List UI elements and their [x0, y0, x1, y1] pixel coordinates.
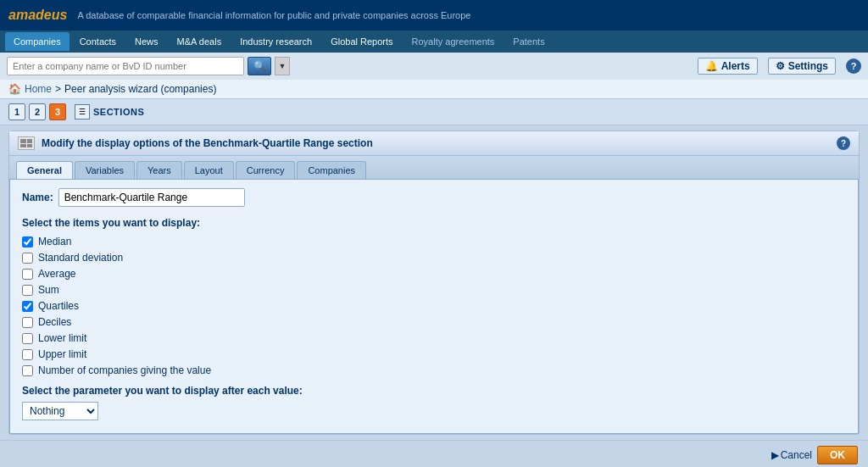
- checkbox-quartiles: Quartiles: [22, 300, 846, 312]
- settings-button[interactable]: ⚙ Settings: [768, 58, 836, 75]
- checkbox-num-companies-input[interactable]: [22, 365, 33, 376]
- home-icon: 🏠: [8, 83, 21, 95]
- tagline: A database of comparable financial infor…: [77, 10, 470, 20]
- breadcrumb: 🏠 Home > Peer analysis wizard (companies…: [0, 80, 868, 99]
- alerts-label: Alerts: [721, 60, 750, 72]
- tab-companies[interactable]: Companies: [297, 161, 366, 179]
- checkbox-num-companies-label: Number of companies giving the value: [38, 364, 211, 376]
- nav-tab-patents[interactable]: Patents: [504, 32, 553, 51]
- logo: amadeus: [8, 8, 67, 23]
- checkbox-std-dev: Standard deviation: [22, 252, 846, 264]
- breadcrumb-separator: >: [55, 83, 61, 95]
- sections-label: SECTIONS: [93, 107, 144, 117]
- tab-layout[interactable]: Layout: [184, 161, 234, 179]
- breadcrumb-current: Peer analysis wizard (companies): [64, 83, 216, 95]
- triangle-icon: ▶: [771, 449, 779, 461]
- nav-tab-royalty[interactable]: Royalty agreements: [403, 32, 504, 51]
- tab-years[interactable]: Years: [136, 161, 182, 179]
- checkbox-average: Average: [22, 268, 846, 280]
- navbar: Companies Contacts News M&A deals Indust…: [0, 31, 868, 53]
- checkbox-quartiles-input[interactable]: [22, 301, 33, 312]
- main-content: Modify the display options of the Benchm…: [0, 125, 868, 440]
- step-3-button[interactable]: 3: [49, 103, 66, 120]
- param-select-wrap: Nothing Rank Percentile: [22, 402, 846, 420]
- checkbox-deciles-label: Deciles: [38, 316, 71, 328]
- checkbox-median: Median: [22, 236, 846, 247]
- section-header: Modify the display options of the Benchm…: [9, 131, 859, 156]
- param-select[interactable]: Nothing Rank Percentile: [22, 402, 98, 420]
- checkbox-sum: Sum: [22, 284, 846, 296]
- checkbox-num-companies: Number of companies giving the value: [22, 364, 846, 376]
- section-icon: [18, 136, 35, 150]
- sections-icon: ☰: [75, 104, 90, 120]
- checkbox-median-label: Median: [38, 236, 71, 247]
- section-card: Modify the display options of the Benchm…: [8, 131, 860, 435]
- tab-currency[interactable]: Currency: [236, 161, 296, 179]
- searchbar: 🔍 ▼ 🔔 Alerts ⚙ Settings ?: [0, 53, 868, 80]
- checkbox-deciles-input[interactable]: [22, 317, 33, 328]
- bell-icon: 🔔: [705, 60, 718, 72]
- checkbox-upper-limit-input[interactable]: [22, 349, 33, 360]
- breadcrumb-home[interactable]: Home: [25, 83, 52, 95]
- cancel-button[interactable]: ▶ Cancel: [771, 449, 812, 461]
- checkbox-std-dev-label: Standard deviation: [38, 252, 123, 264]
- checkbox-median-input[interactable]: [22, 236, 33, 247]
- search-button[interactable]: 🔍: [248, 57, 271, 75]
- nav-tab-ma-deals[interactable]: M&A deals: [169, 32, 231, 51]
- checkbox-lower-limit-label: Lower limit: [38, 332, 86, 344]
- select-items-title: Select the items you want to display:: [22, 217, 846, 229]
- cancel-label: Cancel: [781, 449, 812, 461]
- checkbox-lower-limit-input[interactable]: [22, 333, 33, 344]
- step-2-button[interactable]: 2: [29, 103, 46, 120]
- step-1-button[interactable]: 1: [8, 103, 25, 120]
- section-title: Modify the display options of the Benchm…: [42, 137, 373, 149]
- search-dropdown[interactable]: ▼: [275, 57, 290, 75]
- name-row: Name:: [22, 188, 846, 207]
- tab-general[interactable]: General: [16, 161, 73, 179]
- nav-tab-global[interactable]: Global Reports: [322, 32, 401, 51]
- checkbox-average-label: Average: [38, 268, 75, 280]
- steps-bar: 1 2 3 ☰ SECTIONS: [0, 99, 868, 125]
- tab-variables[interactable]: Variables: [75, 161, 135, 179]
- tabs-bar: General Variables Years Layout Currency …: [9, 156, 859, 180]
- nav-tab-contacts[interactable]: Contacts: [71, 32, 125, 51]
- checkbox-upper-limit-label: Upper limit: [38, 348, 86, 360]
- nav-tab-industry[interactable]: Industry research: [231, 32, 320, 51]
- gear-icon: ⚙: [776, 60, 785, 72]
- checkbox-quartiles-label: Quartiles: [38, 300, 79, 312]
- header: amadeus A database of comparable financi…: [0, 0, 868, 31]
- section-help-button[interactable]: ?: [837, 136, 850, 150]
- checkbox-sum-input[interactable]: [22, 285, 33, 296]
- content-panel: Name: Select the items you want to displ…: [9, 180, 859, 434]
- checkbox-deciles: Deciles: [22, 316, 846, 328]
- bottom-bar: ▶ Cancel OK: [0, 440, 868, 467]
- checkbox-lower-limit: Lower limit: [22, 332, 846, 344]
- help-button[interactable]: ?: [846, 58, 861, 74]
- checkbox-std-dev-input[interactable]: [22, 253, 33, 264]
- ok-button[interactable]: OK: [817, 446, 858, 464]
- alerts-button[interactable]: 🔔 Alerts: [698, 58, 758, 75]
- param-title: Select the parameter you want to display…: [22, 385, 846, 397]
- checkbox-average-input[interactable]: [22, 269, 33, 280]
- checkbox-upper-limit: Upper limit: [22, 348, 846, 360]
- settings-label: Settings: [788, 60, 828, 72]
- sections-button[interactable]: ☰ SECTIONS: [75, 104, 144, 120]
- checkbox-sum-label: Sum: [38, 284, 59, 296]
- name-label: Name:: [22, 192, 53, 203]
- nav-tab-news[interactable]: News: [126, 32, 167, 51]
- name-input[interactable]: [58, 188, 245, 207]
- search-input[interactable]: [7, 57, 244, 75]
- nav-tab-companies[interactable]: Companies: [5, 32, 70, 51]
